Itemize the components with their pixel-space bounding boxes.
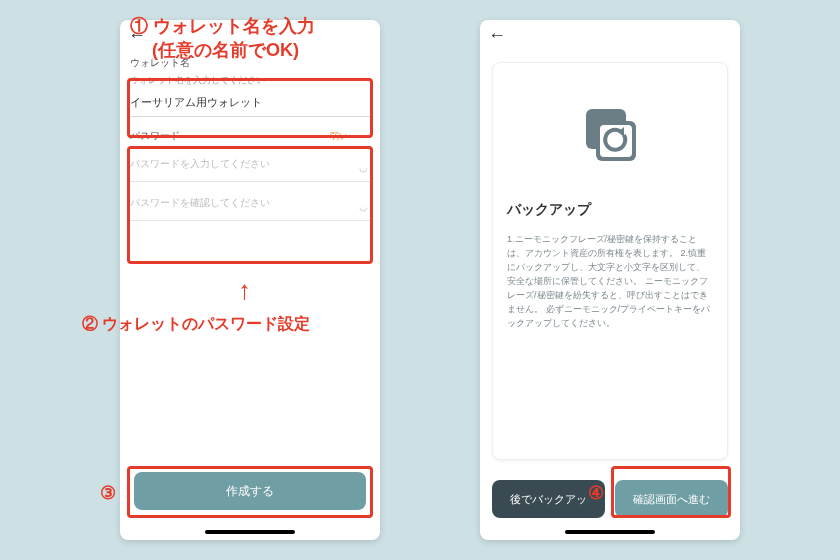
password-placeholder: パスワードを入力してください: [130, 158, 270, 169]
proceed-button[interactable]: 確認画面へ進む: [615, 480, 728, 518]
home-indicator: [565, 530, 655, 534]
back-icon[interactable]: ←: [488, 25, 506, 46]
backup-icon: [507, 101, 713, 173]
wallet-name-input[interactable]: イーサリアム用ウォレット: [130, 91, 370, 117]
annotation-2: ② ウォレットのパスワード設定: [82, 314, 310, 335]
password-input[interactable]: パスワードを入力してください ◡: [130, 149, 370, 182]
annotation-1-line2: (任意の名前でOK): [152, 38, 315, 62]
eye-icon[interactable]: ◡: [359, 162, 368, 173]
backup-card: バックアップ 1.ニーモニックフレーズ/秘密鍵を保持することは、アカウント資産の…: [492, 62, 728, 460]
annotation-3: ③: [100, 482, 116, 504]
home-indicator: [205, 530, 295, 534]
backup-body: 1.ニーモニックフレーズ/秘密鍵を保持することは、アカウント資産の所有権を表しま…: [507, 233, 713, 331]
annotation-4-number: ④: [588, 483, 604, 503]
password-section: パスワード 弱い パスワードを入力してください ◡ パスワードを確認してください…: [120, 123, 380, 221]
password-strength: 弱い: [330, 130, 370, 143]
eye-icon[interactable]: ◡: [359, 201, 368, 212]
annotation-2-number: ②: [82, 315, 98, 332]
up-arrow-icon: ↑: [238, 275, 251, 306]
backup-title: バックアップ: [507, 201, 713, 219]
create-button-label: 作成する: [226, 483, 274, 500]
annotation-1-number: ①: [130, 16, 148, 36]
later-button-label: 後でバックアッ: [510, 492, 587, 507]
annotation-3-number: ③: [100, 483, 116, 503]
password-confirm-placeholder: パスワードを確認してください: [130, 197, 270, 208]
annotation-1: ① ウォレット名を入力 (任意の名前でOK): [130, 14, 315, 62]
annotation-4: ④: [588, 482, 604, 504]
right-phone-frame: ← バックアップ 1.ニーモニックフレーズ/秘密鍵を保持することは、アカウント資…: [480, 20, 740, 540]
right-topbar: ←: [480, 20, 740, 50]
strength-bar-icon: [352, 135, 370, 138]
password-label: パスワード: [130, 129, 180, 143]
bottom-button-row: 後でバックアッ 確認画面へ進む: [492, 480, 728, 518]
annotation-2-text: ウォレットのパスワード設定: [102, 315, 310, 332]
wallet-name-hint: ウォレット名を入力してください: [120, 72, 380, 91]
annotation-1-line1: ウォレット名を入力: [153, 16, 315, 36]
proceed-button-label: 確認画面へ進む: [633, 492, 710, 507]
password-confirm-input[interactable]: パスワードを確認してください ◡: [130, 188, 370, 221]
create-button[interactable]: 作成する: [134, 472, 366, 510]
password-strength-text: 弱い: [330, 130, 348, 143]
